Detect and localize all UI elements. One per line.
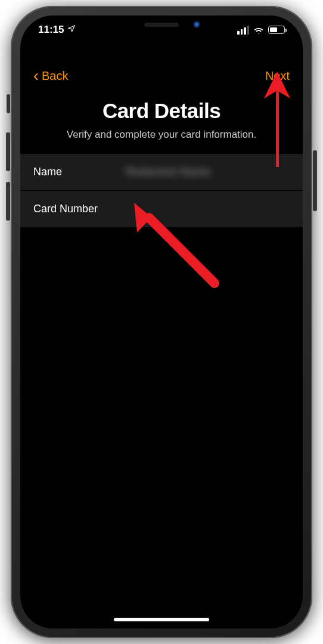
home-indicator[interactable] xyxy=(114,618,209,621)
status-right xyxy=(237,26,285,35)
back-button[interactable]: ‹ Back xyxy=(33,68,68,84)
name-value: Redacted Name xyxy=(126,166,290,178)
chevron-left-icon: ‹ xyxy=(33,68,39,84)
card-form: Name Redacted Name Card Number xyxy=(20,154,303,228)
location-icon xyxy=(67,24,76,36)
nav-bar: ‹ Back Next xyxy=(20,62,303,89)
next-button[interactable]: Next xyxy=(265,69,290,83)
silence-switch[interactable] xyxy=(7,94,10,113)
battery-icon xyxy=(268,26,285,34)
card-number-label: Card Number xyxy=(33,203,126,215)
next-label: Next xyxy=(265,69,290,82)
notch xyxy=(94,16,229,36)
phone-frame: 11:15 xyxy=(11,6,312,638)
card-number-row[interactable]: Card Number xyxy=(20,191,303,228)
screen: 11:15 xyxy=(20,16,303,628)
card-number-input[interactable] xyxy=(126,203,290,215)
back-label: Back xyxy=(42,69,68,83)
name-row[interactable]: Name Redacted Name xyxy=(20,154,303,191)
wifi-icon xyxy=(253,26,265,34)
power-button[interactable] xyxy=(313,150,317,211)
name-label: Name xyxy=(33,166,126,178)
page-subtitle: Verify and complete your card informatio… xyxy=(20,129,303,141)
volume-up-button[interactable] xyxy=(6,132,10,171)
status-time: 11:15 xyxy=(38,24,64,36)
status-left: 11:15 xyxy=(38,24,76,36)
page-title: Card Details xyxy=(20,99,303,123)
cellular-icon xyxy=(237,26,249,35)
volume-down-button[interactable] xyxy=(6,182,10,221)
